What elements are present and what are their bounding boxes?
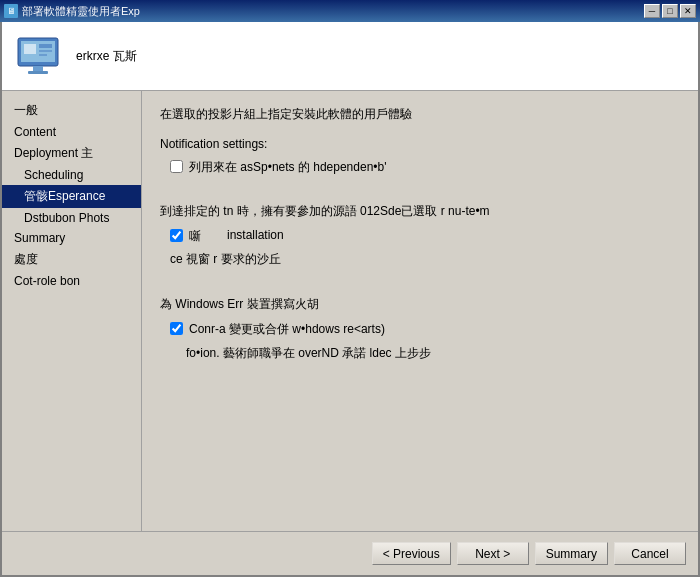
sidebar: 一般 Content Deployment 主 Scheduling 管骸Esp… bbox=[2, 91, 142, 531]
maximize-button[interactable]: □ bbox=[662, 4, 678, 18]
sidebar-item-esperance[interactable]: 管骸Esperance bbox=[2, 185, 141, 208]
sidebar-item-cotrole[interactable]: Cot-role bon bbox=[2, 271, 141, 291]
app-icon: 🖥 bbox=[4, 4, 18, 18]
checkbox1[interactable] bbox=[170, 160, 183, 173]
svg-rect-6 bbox=[39, 50, 52, 52]
svg-rect-2 bbox=[33, 66, 43, 71]
sidebar-item-progress[interactable]: 處度 bbox=[2, 248, 141, 271]
checkbox1-label: 列用來在 asSp•nets 的 hdependen•b' bbox=[189, 159, 386, 176]
header-subtitle: erkrxe 瓦斯 bbox=[76, 48, 137, 65]
svg-rect-4 bbox=[24, 44, 36, 54]
checkbox1-row: 列用來在 asSp•nets 的 hdependen•b' bbox=[170, 159, 680, 176]
cancel-button[interactable]: Cancel bbox=[614, 542, 686, 565]
body-area: 一般 Content Deployment 主 Scheduling 管骸Esp… bbox=[2, 91, 698, 531]
info-text: 到達排定的 tn 時，擁有要參加的源語 012Sde已選取 r nu-te•m bbox=[160, 202, 680, 220]
main-window: erkrxe 瓦斯 一般 Content Deployment 主 Schedu… bbox=[0, 22, 700, 577]
checkbox2-row: 噺 installation bbox=[170, 228, 680, 245]
windows-title: 為 Windows Err 裝置撰寫火胡 bbox=[160, 296, 680, 313]
checkbox3[interactable] bbox=[170, 322, 183, 335]
title-bar-text: 部署軟體精靈使用者Exp bbox=[22, 4, 140, 19]
previous-button[interactable]: < Previous bbox=[372, 542, 451, 565]
next-button[interactable]: Next > bbox=[457, 542, 529, 565]
footer: < Previous Next > Summary Cancel bbox=[2, 531, 698, 575]
checkbox2-value: installation bbox=[227, 228, 284, 242]
header-area: erkrxe 瓦斯 bbox=[2, 22, 698, 91]
sidebar-item-deployment[interactable]: Deployment 主 bbox=[2, 142, 141, 165]
close-button[interactable]: ✕ bbox=[680, 4, 696, 18]
title-bar-controls[interactable]: ─ □ ✕ bbox=[644, 4, 696, 18]
header-icon bbox=[14, 32, 62, 80]
svg-rect-7 bbox=[39, 54, 47, 56]
svg-rect-5 bbox=[39, 44, 52, 48]
sidebar-item-summary[interactable]: Summary bbox=[2, 228, 141, 248]
svg-rect-3 bbox=[28, 71, 48, 74]
notification-label: Notification settings: bbox=[160, 137, 680, 151]
checkbox3-row: Conr-a 變更或合併 w•hdows re<arts) bbox=[170, 321, 680, 338]
title-bar-left: 🖥 部署軟體精靈使用者Exp bbox=[4, 4, 140, 19]
sidebar-item-content[interactable]: Content bbox=[2, 122, 141, 142]
checkbox2-label: 噺 bbox=[189, 228, 201, 245]
minimize-button[interactable]: ─ bbox=[644, 4, 660, 18]
content-title: 在選取的投影片組上指定安裝此軟體的用戶體驗 bbox=[160, 105, 680, 123]
checkbox2[interactable] bbox=[170, 229, 183, 242]
sidebar-item-general[interactable]: 一般 bbox=[2, 99, 141, 122]
sub-text: fo•ion. 藝術師職爭在 overND 承諾 ldec 上步步 bbox=[186, 344, 680, 362]
summary-button[interactable]: Summary bbox=[535, 542, 608, 565]
content-area: 在選取的投影片組上指定安裝此軟體的用戶體驗 Notification setti… bbox=[142, 91, 698, 531]
sidebar-item-distribution[interactable]: Dstbubon Phots bbox=[2, 208, 141, 228]
checkbox3-label: Conr-a 變更或合併 w•hdows re<arts) bbox=[189, 321, 385, 338]
request-text: ce 視窗 r 要求的沙丘 bbox=[170, 251, 680, 268]
sidebar-item-scheduling[interactable]: Scheduling bbox=[2, 165, 141, 185]
title-bar: 🖥 部署軟體精靈使用者Exp ─ □ ✕ bbox=[0, 0, 700, 22]
